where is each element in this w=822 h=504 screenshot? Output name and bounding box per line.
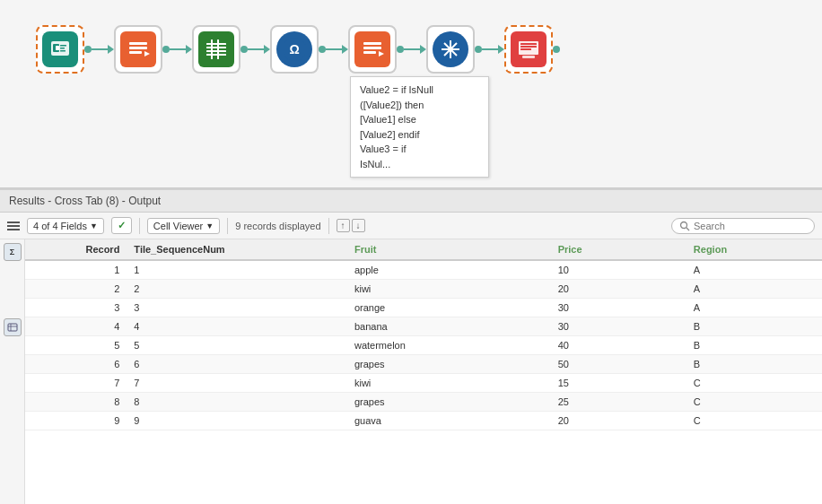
checkmark-button[interactable]: ✓: [111, 217, 132, 234]
table-row[interactable]: 4 4 banana 30 B: [25, 317, 822, 336]
check-icon: ✓: [118, 220, 126, 231]
svg-rect-34: [520, 48, 531, 50]
cell-viewer-button[interactable]: Cell Viewer ▼: [147, 218, 220, 234]
node-join[interactable]: [426, 25, 475, 74]
connector-4: [319, 45, 348, 54]
svg-text:Ω: Ω: [289, 42, 299, 56]
sort-down-button[interactable]: ↓: [352, 219, 365, 232]
node-select-1[interactable]: [114, 25, 162, 74]
col-header-price: Price: [551, 239, 686, 260]
cell-record: 8: [25, 393, 127, 412]
cell-record: 6: [25, 355, 127, 374]
left-sidebar: Σ: [0, 239, 25, 504]
cell-region: C: [686, 374, 822, 393]
svg-rect-8: [129, 47, 147, 49]
separator-3: [328, 218, 329, 234]
svg-rect-5: [60, 50, 66, 52]
svg-rect-14: [206, 50, 226, 52]
svg-rect-9: [129, 51, 142, 54]
cell-fruit: apple: [347, 260, 551, 280]
svg-rect-23: [363, 51, 376, 54]
search-input[interactable]: [694, 221, 801, 231]
table-row[interactable]: 3 3 orange 30 A: [25, 299, 822, 317]
formula-tooltip: Value2 = if IsNull ([Value2]) then [Valu…: [350, 76, 489, 178]
fields-dropdown-icon: ▼: [90, 222, 98, 230]
svg-rect-16: [211, 39, 213, 59]
table-row[interactable]: 6 6 grapes 50 B: [25, 355, 822, 374]
data-table: Record Tile_SequenceNum Fruit Price Regi…: [25, 239, 822, 504]
table-row[interactable]: 1 1 apple 10 A: [25, 260, 822, 280]
cell-record: 2: [25, 280, 127, 299]
cell-region: A: [686, 260, 822, 280]
connector-5: [397, 45, 426, 54]
search-icon: [679, 221, 690, 231]
cell-region: C: [686, 393, 822, 412]
cell-tile: 5: [127, 336, 347, 355]
node-select-2[interactable]: [348, 25, 397, 74]
cell-record: 4: [25, 317, 127, 336]
svg-rect-22: [363, 47, 381, 49]
cell-tile: 1: [127, 260, 347, 280]
table-row[interactable]: 7 7 kiwi 15 C: [25, 374, 822, 393]
svg-rect-2: [56, 46, 59, 50]
crosstab-icon: [198, 31, 234, 67]
pipeline-flow: Ω: [36, 25, 560, 74]
results-toolbar: 4 of 4 Fields ▼ ✓ Cell Viewer ▼ 9 record…: [0, 213, 822, 239]
cell-tile: 9: [127, 412, 347, 430]
table-container: Σ Record Tile_SequenceNum Fruit Price: [0, 239, 822, 504]
cell-fruit: kiwi: [347, 280, 551, 299]
cell-record: 9: [25, 412, 127, 430]
node-crosstab[interactable]: [192, 25, 240, 74]
node-formula[interactable]: Ω: [270, 25, 319, 74]
svg-rect-12: [206, 43, 226, 45]
records-count: 9 records displayed: [235, 221, 320, 231]
select-icon-1: [120, 31, 156, 67]
cell-fruit: guava: [347, 412, 551, 430]
read-icon: [42, 31, 78, 67]
table-row[interactable]: 9 9 guava 20 C: [25, 412, 822, 430]
results-table: Record Tile_SequenceNum Fruit Price Regi…: [25, 239, 822, 430]
svg-rect-11: [205, 39, 228, 59]
svg-point-36: [681, 222, 687, 228]
cell-price: 30: [551, 317, 686, 336]
cell-region: A: [686, 299, 822, 317]
results-panel: Results - Cross Tab (8) - Output 4 of 4 …: [0, 188, 822, 504]
search-box[interactable]: [671, 218, 815, 234]
cell-region: B: [686, 317, 822, 336]
profile-icon[interactable]: [4, 318, 22, 336]
svg-rect-33: [520, 46, 537, 48]
menu-icon[interactable]: [7, 222, 20, 230]
sort-buttons: ↑ ↓: [337, 219, 365, 232]
cell-fruit: banana: [347, 317, 551, 336]
results-title: Results - Cross Tab (8) - Output: [0, 190, 822, 213]
svg-rect-7: [129, 42, 147, 45]
cell-record: 7: [25, 374, 127, 393]
svg-rect-4: [60, 48, 65, 49]
cell-region: B: [686, 336, 822, 355]
select-icon-2: [354, 31, 390, 67]
cell-tile: 7: [127, 374, 347, 393]
sigma-icon[interactable]: Σ: [4, 243, 22, 261]
col-header-record: Record: [25, 239, 127, 260]
svg-line-37: [686, 227, 689, 230]
svg-rect-17: [217, 39, 219, 59]
table-row[interactable]: 2 2 kiwi 20 A: [25, 280, 822, 299]
svg-rect-38: [8, 324, 17, 331]
connector-1: [84, 45, 114, 54]
cell-price: 10: [551, 260, 686, 280]
cell-region: C: [686, 412, 822, 430]
node-output[interactable]: [504, 25, 553, 74]
svg-rect-35: [522, 56, 535, 58]
cell-tile: 3: [127, 299, 347, 317]
workflow-canvas: Ω: [0, 0, 822, 188]
cell-tile: 8: [127, 393, 347, 412]
cell-viewer-label: Cell Viewer: [153, 221, 203, 231]
fields-button[interactable]: 4 of 4 Fields ▼: [27, 218, 104, 234]
table-body: 1 1 apple 10 A 2 2 kiwi 20 A 3 3 orange …: [25, 260, 822, 430]
table-row[interactable]: 5 5 watermelon 40 B: [25, 336, 822, 355]
sort-up-button[interactable]: ↑: [337, 219, 350, 232]
cell-fruit: kiwi: [347, 374, 551, 393]
node-read[interactable]: [36, 25, 84, 74]
table-row[interactable]: 8 8 grapes 25 C: [25, 393, 822, 412]
output-icon: [511, 31, 547, 67]
